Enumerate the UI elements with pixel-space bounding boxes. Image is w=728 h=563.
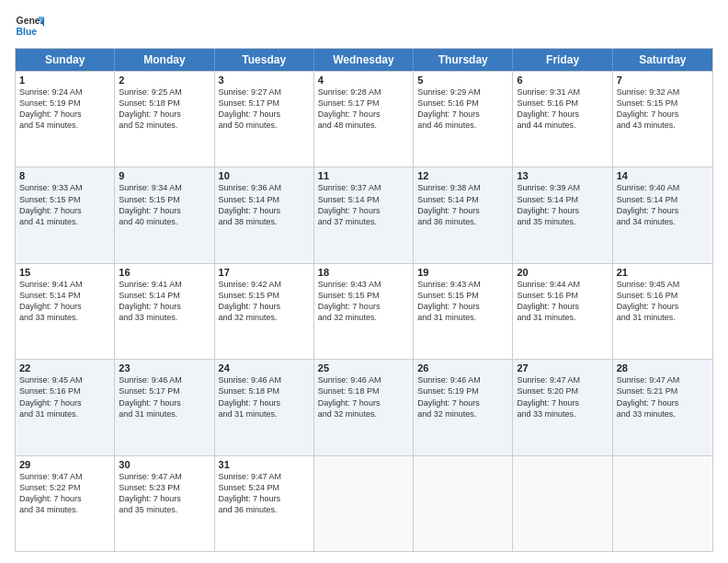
day-number: 12 (417, 170, 508, 181)
daylight-cont: and 43 minutes. (617, 120, 709, 131)
daylight-line: Daylight: 7 hours (517, 205, 608, 216)
daylight-cont: and 31 minutes. (617, 312, 709, 323)
day-number: 31 (219, 459, 310, 470)
sunset-line: Sunset: 5:15 PM (119, 194, 210, 205)
sunrise-line: Sunrise: 9:45 AM (617, 279, 709, 290)
sunset-line: Sunset: 5:22 PM (19, 482, 110, 493)
daylight-cont: and 32 minutes. (318, 312, 409, 323)
day-number: 23 (119, 362, 210, 373)
daylight-cont: and 34 minutes. (617, 216, 709, 227)
weekday-header: Tuesday (215, 49, 314, 71)
day-number: 13 (517, 170, 608, 181)
calendar-cell: 27 Sunrise: 9:47 AM Sunset: 5:20 PM Dayl… (513, 360, 612, 454)
calendar-cell: 30 Sunrise: 9:47 AM Sunset: 5:23 PM Dayl… (115, 456, 214, 551)
daylight-cont: and 36 minutes. (417, 216, 508, 227)
day-number: 30 (119, 459, 210, 470)
sunrise-line: Sunrise: 9:47 AM (19, 471, 110, 482)
sunset-line: Sunset: 5:21 PM (617, 385, 709, 396)
sunrise-line: Sunrise: 9:43 AM (318, 279, 409, 290)
daylight-line: Daylight: 7 hours (517, 301, 608, 312)
logo-icon: General Blue (15, 11, 44, 40)
sunrise-line: Sunrise: 9:45 AM (19, 374, 110, 385)
day-number: 11 (318, 170, 409, 181)
daylight-cont: and 40 minutes. (119, 216, 210, 227)
daylight-line: Daylight: 7 hours (19, 109, 110, 120)
sunset-line: Sunset: 5:23 PM (119, 482, 210, 493)
daylight-line: Daylight: 7 hours (517, 109, 608, 120)
weekday-header: Thursday (414, 49, 513, 71)
sunset-line: Sunset: 5:14 PM (517, 194, 608, 205)
logo: General Blue (15, 11, 44, 40)
calendar-cell: 4 Sunrise: 9:28 AM Sunset: 5:17 PM Dayli… (314, 72, 414, 167)
daylight-cont: and 41 minutes. (19, 216, 110, 227)
page: General Blue SundayMondayTuesdayWednesda… (0, 0, 728, 563)
calendar-cell: 26 Sunrise: 9:46 AM Sunset: 5:19 PM Dayl… (414, 360, 513, 454)
calendar-cell: 1 Sunrise: 9:24 AM Sunset: 5:19 PM Dayli… (16, 72, 115, 167)
day-number: 19 (417, 267, 508, 278)
calendar-cell (513, 456, 612, 551)
daylight-cont: and 36 minutes. (219, 504, 310, 515)
day-number: 1 (19, 75, 110, 86)
calendar-cell: 31 Sunrise: 9:47 AM Sunset: 5:24 PM Dayl… (215, 456, 314, 551)
daylight-line: Daylight: 7 hours (119, 205, 210, 216)
sunset-line: Sunset: 5:16 PM (517, 98, 608, 109)
calendar-cell: 25 Sunrise: 9:46 AM Sunset: 5:18 PM Dayl… (314, 360, 414, 454)
sunset-line: Sunset: 5:14 PM (19, 290, 110, 301)
weekday-header: Friday (513, 49, 612, 71)
sunrise-line: Sunrise: 9:46 AM (219, 374, 310, 385)
calendar-cell (414, 456, 513, 551)
daylight-cont: and 31 minutes. (119, 408, 210, 419)
calendar-cell: 20 Sunrise: 9:44 AM Sunset: 5:16 PM Dayl… (513, 264, 612, 359)
calendar-cell: 15 Sunrise: 9:41 AM Sunset: 5:14 PM Dayl… (16, 264, 115, 359)
calendar-cell: 2 Sunrise: 9:25 AM Sunset: 5:18 PM Dayli… (115, 72, 214, 167)
daylight-cont: and 34 minutes. (19, 504, 110, 515)
calendar-cell (314, 456, 414, 551)
calendar-cell: 22 Sunrise: 9:45 AM Sunset: 5:16 PM Dayl… (16, 360, 115, 454)
daylight-line: Daylight: 7 hours (219, 109, 310, 120)
sunrise-line: Sunrise: 9:24 AM (19, 86, 110, 98)
calendar-cell: 23 Sunrise: 9:46 AM Sunset: 5:17 PM Dayl… (115, 360, 214, 454)
calendar-week: 15 Sunrise: 9:41 AM Sunset: 5:14 PM Dayl… (16, 263, 712, 359)
sunrise-line: Sunrise: 9:43 AM (417, 279, 508, 290)
calendar-cell: 21 Sunrise: 9:45 AM Sunset: 5:16 PM Dayl… (613, 264, 712, 359)
calendar-cell: 11 Sunrise: 9:37 AM Sunset: 5:14 PM Dayl… (314, 167, 414, 262)
sunrise-line: Sunrise: 9:46 AM (417, 374, 508, 385)
day-number: 6 (517, 75, 608, 86)
sunset-line: Sunset: 5:17 PM (219, 98, 310, 109)
sunrise-line: Sunrise: 9:37 AM (318, 182, 409, 193)
sunset-line: Sunset: 5:15 PM (19, 194, 110, 205)
daylight-line: Daylight: 7 hours (219, 493, 310, 504)
daylight-line: Daylight: 7 hours (617, 205, 709, 216)
daylight-line: Daylight: 7 hours (19, 397, 110, 408)
daylight-cont: and 33 minutes. (19, 312, 110, 323)
sunset-line: Sunset: 5:14 PM (617, 194, 709, 205)
daylight-cont: and 31 minutes. (517, 312, 608, 323)
sunrise-line: Sunrise: 9:31 AM (517, 86, 608, 98)
day-number: 21 (617, 267, 709, 278)
day-number: 17 (219, 267, 310, 278)
sunrise-line: Sunrise: 9:38 AM (417, 182, 508, 193)
daylight-line: Daylight: 7 hours (417, 109, 508, 120)
daylight-line: Daylight: 7 hours (219, 397, 310, 408)
daylight-line: Daylight: 7 hours (318, 205, 409, 216)
calendar-cell: 8 Sunrise: 9:33 AM Sunset: 5:15 PM Dayli… (16, 167, 115, 262)
sunset-line: Sunset: 5:18 PM (119, 98, 210, 109)
sunset-line: Sunset: 5:19 PM (19, 98, 110, 109)
sunrise-line: Sunrise: 9:47 AM (219, 471, 310, 482)
calendar-cell: 24 Sunrise: 9:46 AM Sunset: 5:18 PM Dayl… (215, 360, 314, 454)
sunrise-line: Sunrise: 9:40 AM (617, 182, 709, 193)
daylight-cont: and 35 minutes. (119, 504, 210, 515)
daylight-cont: and 35 minutes. (517, 216, 608, 227)
daylight-cont: and 32 minutes. (219, 312, 310, 323)
sunrise-line: Sunrise: 9:34 AM (119, 182, 210, 193)
calendar-week: 29 Sunrise: 9:47 AM Sunset: 5:22 PM Dayl… (16, 455, 712, 551)
weekday-header: Saturday (613, 49, 712, 71)
daylight-cont: and 38 minutes. (219, 216, 310, 227)
sunset-line: Sunset: 5:20 PM (517, 385, 608, 396)
daylight-line: Daylight: 7 hours (119, 301, 210, 312)
daylight-cont: and 33 minutes. (119, 312, 210, 323)
sunset-line: Sunset: 5:16 PM (417, 98, 508, 109)
daylight-cont: and 32 minutes. (318, 408, 409, 419)
sunset-line: Sunset: 5:15 PM (219, 290, 310, 301)
sunrise-line: Sunrise: 9:44 AM (517, 279, 608, 290)
